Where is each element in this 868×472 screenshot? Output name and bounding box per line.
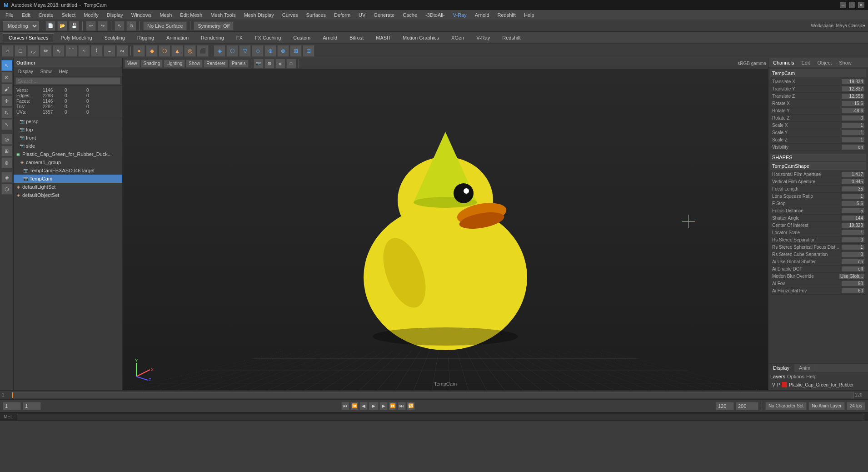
view-menu-btn[interactable]: View	[125, 60, 140, 68]
menu-uv[interactable]: UV	[355, 11, 369, 19]
ch-val-vfa[interactable]: 0.945	[842, 179, 864, 184]
undo-btn[interactable]: ↩	[86, 21, 96, 31]
ch-val-sz[interactable]: 1	[842, 137, 864, 142]
scale-tool[interactable]: ⤡	[1, 119, 12, 130]
go-start-btn[interactable]: ⏮	[341, 402, 349, 410]
lighting-menu-btn[interactable]: Lighting	[164, 60, 185, 68]
anim-end-input[interactable]	[736, 402, 758, 410]
vp-wireframe-btn[interactable]: □	[286, 59, 296, 69]
menu-curves[interactable]: Curves	[279, 11, 302, 19]
menu-surfaces[interactable]: Surfaces	[303, 11, 329, 19]
shelf-cone[interactable]: ▲	[171, 45, 183, 57]
range-end-input[interactable]	[716, 402, 734, 410]
shelf-nurbs5[interactable]: ⊕	[264, 45, 276, 57]
menu-edit[interactable]: Edit	[18, 11, 34, 19]
ch-scale-y[interactable]: Scale Y 1	[770, 129, 866, 136]
select-tool[interactable]: ↖	[1, 60, 12, 71]
play-btn[interactable]: ▶	[369, 402, 379, 410]
tab-edit[interactable]: Edit	[799, 59, 812, 66]
prev-key-btn[interactable]: ⏪	[350, 402, 359, 410]
tab-bifrost[interactable]: Bifrost	[344, 33, 369, 42]
ch-translate-x[interactable]: Translate X -19.334	[770, 78, 866, 85]
ch-translate-z[interactable]: Translate Z 12.658	[770, 93, 866, 100]
lasso-tool-btn[interactable]: ⊙	[126, 21, 136, 31]
menu-create[interactable]: Create	[35, 11, 57, 19]
ch-ai-global-shutter[interactable]: Ai Use Global Shutter on	[770, 258, 866, 266]
ch-val-sy[interactable]: 1	[842, 130, 864, 135]
go-end-btn[interactable]: ⏭	[398, 402, 406, 410]
tree-item-front[interactable]: 📷 front	[14, 134, 122, 142]
render-tool[interactable]: ◈	[1, 172, 12, 183]
ch-val-hfa[interactable]: 1.417	[842, 172, 864, 177]
help-subtab[interactable]: Help	[806, 374, 817, 379]
ch-val-vis[interactable]: on	[842, 145, 864, 150]
menu-mesh[interactable]: Mesh	[156, 11, 175, 19]
ch-val-sx[interactable]: 1	[842, 123, 864, 128]
modeling-dropdown[interactable]: Modeling	[3, 21, 39, 30]
ch-locator[interactable]: Locator Scale 1	[770, 229, 866, 236]
select-tool-btn[interactable]: ↖	[115, 21, 125, 31]
anim-tab[interactable]: Anim	[794, 364, 815, 372]
ch-ai-hfov[interactable]: Ai Horizontal Fov 60	[770, 287, 866, 295]
window-controls[interactable]: ─ □ ✕	[840, 2, 864, 8]
tab-curves-surfaces[interactable]: Curves / Surfaces	[3, 33, 54, 42]
close-button[interactable]: ✕	[858, 2, 864, 8]
ch-fstop[interactable]: F Stop 5.6	[770, 200, 866, 207]
ch-val-aigs[interactable]: on	[842, 259, 864, 264]
show-menu-btn[interactable]: Show	[186, 60, 203, 68]
tab-xgen[interactable]: XGen	[445, 33, 470, 42]
ipr-tool[interactable]: ⬡	[1, 184, 12, 195]
ch-ai-fov[interactable]: Ai Fov 90	[770, 280, 866, 287]
tab-sculpting[interactable]: Sculpting	[99, 33, 131, 42]
ch-val-fl[interactable]: 35	[842, 186, 864, 191]
shelf-curve5[interactable]: ∾	[116, 45, 128, 57]
ch-val-rz[interactable]: 0	[842, 115, 864, 121]
ch-val-tz[interactable]: 12.658	[842, 94, 864, 99]
ch-focus-dist[interactable]: Focus Distance 5	[770, 207, 866, 215]
menu-vray[interactable]: V-Ray	[449, 11, 470, 19]
shelf-plane[interactable]: ⬛	[197, 45, 209, 57]
current-frame-input[interactable]	[3, 402, 21, 410]
menu-file[interactable]: File	[2, 11, 17, 19]
ch-val-fs[interactable]: 5.6	[842, 201, 864, 206]
shelf-torus[interactable]: ◎	[184, 45, 196, 57]
menu-arnold[interactable]: Arnold	[471, 11, 493, 19]
ch-val-lsr[interactable]: 1	[842, 194, 864, 199]
menu-cache[interactable]: Cache	[399, 11, 421, 19]
ch-val-tx[interactable]: -19.334	[842, 79, 864, 84]
options-subtab[interactable]: Options	[787, 374, 804, 379]
prev-frame-btn[interactable]: ◀	[359, 402, 368, 410]
paint-tool[interactable]: 🖌	[1, 84, 12, 95]
tab-arnold[interactable]: Arnold	[317, 33, 343, 42]
outliner-search-input[interactable]	[15, 77, 120, 85]
shelf-square[interactable]: □	[15, 45, 26, 57]
ch-val-sa[interactable]: 144	[842, 216, 864, 221]
tab-mash[interactable]: MASH	[370, 33, 396, 42]
layers-subtab[interactable]: Layers	[770, 374, 785, 379]
command-input[interactable]	[17, 414, 864, 420]
timeline-bar[interactable]	[12, 392, 854, 398]
ch-v-film[interactable]: Vertical Film Aperture 0.945	[770, 178, 866, 186]
p-label[interactable]: P	[777, 382, 780, 387]
tab-poly-modeling[interactable]: Poly Modeling	[55, 33, 98, 42]
ch-rs-focus[interactable]: Rs Stereo Spherical Focus Dist... 1	[770, 244, 866, 251]
shelf-arc[interactable]: ◡	[27, 45, 39, 57]
tree-item-top[interactable]: 📷 top	[14, 126, 122, 134]
menu-display[interactable]: Display	[103, 11, 127, 19]
tree-item-defaultlightset[interactable]: ◈ defaultLightSet	[14, 183, 122, 191]
tree-item-side[interactable]: 📷 side	[14, 142, 122, 150]
ch-val-ry[interactable]: -48.6	[842, 108, 864, 113]
tree-item-camera1-group[interactable]: ◈ camera1_group	[14, 158, 122, 166]
shelf-bezier[interactable]: ∿	[53, 45, 65, 57]
ch-val-rsc[interactable]: 0	[842, 252, 864, 257]
vp-grid-btn[interactable]: ⊞	[264, 59, 274, 69]
outliner-display-menu[interactable]: Display	[15, 68, 36, 75]
ch-val-aifov[interactable]: 90	[842, 281, 864, 286]
shelf-cylinder[interactable]: ⬡	[159, 45, 170, 57]
outliner-show-menu[interactable]: Show	[38, 68, 55, 75]
vp-shading-btn[interactable]: ◈	[275, 59, 285, 69]
shelf-circle[interactable]: ○	[2, 45, 14, 57]
tab-rigging[interactable]: Rigging	[131, 33, 160, 42]
ch-rotate-y[interactable]: Rotate Y -48.6	[770, 107, 866, 115]
range-start-input[interactable]	[23, 402, 41, 410]
